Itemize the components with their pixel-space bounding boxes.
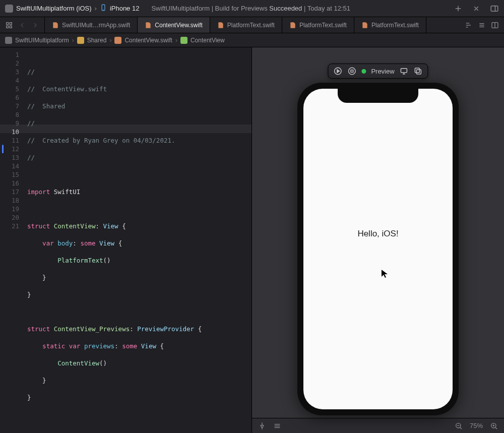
tab-label: PlatformText.swift [299,22,347,29]
svg-rect-7 [10,22,12,24]
preview-toolbar: Preview [328,64,428,79]
svg-rect-26 [415,68,420,73]
tab-label: SwiftUIMult…rmApp.swift [62,22,130,29]
canvas-options-button[interactable] [273,422,281,430]
xcode-toolbar: SwiftUIMultiplatform (iOS) › iPhone 12 S… [0,0,504,17]
jump-item[interactable]: ContentView [191,37,225,44]
svg-rect-25 [417,70,421,74]
nav-back-button[interactable] [18,21,26,29]
status-dot-icon [361,69,366,74]
tab-label: ContentView.swift [155,22,203,29]
cursor-icon [381,269,388,280]
svg-rect-4 [491,6,498,11]
swift-file-icon [289,22,296,29]
struct-icon [180,37,187,44]
scheme-name: SwiftUIMultiplatform (iOS) [16,5,92,12]
pin-preview-button[interactable] [258,422,266,430]
swift-file-icon [145,22,152,29]
scheme-selector[interactable]: SwiftUIMultiplatform (iOS) › iPhone 12 [5,4,139,13]
destination-name: iPhone 12 [110,5,140,12]
swift-file-icon [52,22,59,29]
jump-item[interactable]: ContentView.swift [124,37,172,44]
build-status: SwiftUIMultiplatform | Build for Preview… [151,5,450,12]
jump-bar[interactable]: SwiftUIMultiplatform › Shared › ContentV… [0,33,504,47]
inspect-preview-button[interactable] [347,67,356,76]
svg-marker-19 [337,70,340,73]
tab-platformtext-3[interactable]: PlatformText.swift [354,17,426,33]
svg-rect-8 [7,26,9,28]
add-editor-button[interactable] [491,21,499,29]
toggle-review-button[interactable] [472,4,481,13]
related-items-button[interactable] [5,21,13,29]
zoom-level[interactable]: 75% [470,422,483,429]
add-tab-button[interactable] [454,4,463,13]
zoom-out-button[interactable] [455,422,463,430]
swift-file-icon [361,22,368,29]
preview-text: Hello, iOS! [357,229,398,239]
line-gutter: 123456789101112131415161718192021 [0,47,23,433]
swift-file-icon [114,37,121,44]
svg-point-20 [349,68,356,75]
chevron-right-icon: › [95,5,97,12]
folder-icon [77,37,84,44]
svg-rect-21 [351,70,353,73]
jump-item[interactable]: SwiftUIMultiplatform [15,37,69,44]
minimap-toggle-button[interactable] [465,21,473,29]
svg-rect-22 [401,69,407,73]
svg-rect-9 [10,26,12,28]
jump-item[interactable]: Shared [87,37,107,44]
editor-tabbar: SwiftUIMult…rmApp.swift ContentView.swif… [0,17,504,33]
source-editor[interactable]: 123456789101112131415161718192021 // // … [0,47,252,433]
device-screen[interactable]: Hello, iOS! [303,89,453,409]
preview-on-device-button[interactable] [400,67,409,76]
live-preview-button[interactable] [333,67,342,76]
change-bar-icon [2,145,4,153]
zoom-in-button[interactable] [490,422,498,430]
tab-label: PlatformText.swift [227,22,275,29]
tab-platformtext-2[interactable]: PlatformText.swift [282,17,354,33]
highlighted-line [0,125,251,133]
svg-line-36 [495,427,497,428]
duplicate-preview-button[interactable] [414,67,423,76]
canvas-footer: 75% [252,418,504,433]
app-icon [5,5,13,13]
chevron-right-icon: › [175,37,177,44]
device-frame: Hello, iOS! [297,83,459,415]
code-area[interactable]: // // ContentView.swift // Shared // // … [23,47,251,433]
chevron-right-icon: › [109,37,111,44]
chevron-right-icon: › [72,37,74,44]
nav-forward-button[interactable] [31,21,39,29]
notch-icon [338,89,418,103]
device-icon [100,4,107,13]
preview-label: Preview [371,68,394,75]
svg-line-32 [460,427,462,428]
adjust-editor-button[interactable] [478,21,486,29]
preview-canvas: Preview Hello, iOS! [252,47,504,433]
tab-label: PlatformText.swift [371,22,419,29]
tab-contentview[interactable]: ContentView.swift [138,17,210,33]
project-icon [5,37,12,44]
tab-platformtext-1[interactable]: PlatformText.swift [210,17,282,33]
swift-file-icon [217,22,224,29]
svg-rect-6 [7,22,9,24]
library-button[interactable] [490,4,499,13]
tab-app-file[interactable]: SwiftUIMult…rmApp.swift [45,17,138,33]
